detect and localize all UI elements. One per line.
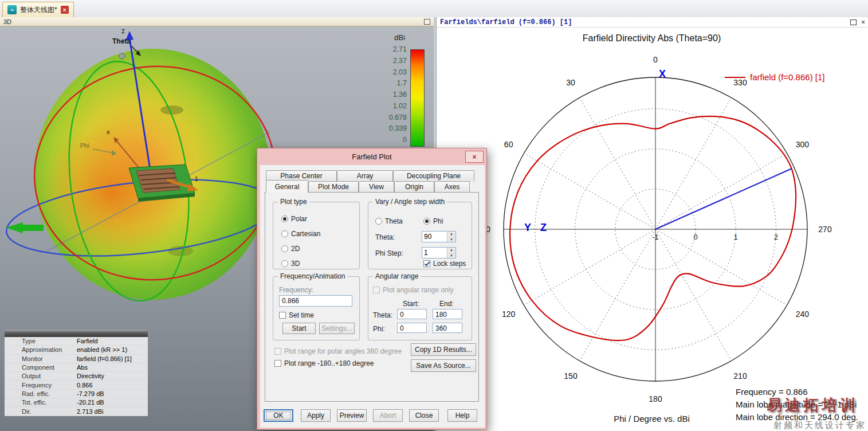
info-row-label: Rad. effic. <box>5 390 77 397</box>
colorbar-tick-label: 2.03 <box>371 69 407 76</box>
set-time-checkbox[interactable]: Set time <box>279 311 314 319</box>
abort-button[interactable]: Abort <box>373 409 403 422</box>
phi-end-input[interactable]: 360 <box>433 323 462 333</box>
dialog-client-area: Phase Center Array Decoupling Plane Gene… <box>260 165 485 428</box>
info-row: OutputDirectivity <box>5 372 148 381</box>
window-close-icon[interactable]: × <box>861 19 865 25</box>
plot-window-titlebar: Farfields\farfield (f=0.866) [1] × <box>437 17 868 28</box>
frequency-input[interactable]: 0.866 <box>279 295 352 307</box>
ok-button[interactable]: OK <box>264 409 293 422</box>
info-row-value: -20.21 dB <box>77 399 104 406</box>
tab-plot-mode[interactable]: Plot Mode <box>308 181 359 192</box>
save-as-source-button[interactable]: Save As Source... <box>411 359 476 372</box>
legend-label: farfield (f=0.866) [1] <box>750 72 825 82</box>
phi-start-input[interactable]: 0 <box>397 323 427 333</box>
info-row: Approximationenabled (kR >> 1) <box>5 346 148 354</box>
colorbar-tick-label: 0 <box>371 136 407 143</box>
radial-tick-label: 1 <box>734 233 738 241</box>
plot-angular-range-only-checkbox[interactable]: Plot angular range only <box>373 286 453 294</box>
port-label: 1 <box>195 176 198 182</box>
info-row-label: Type <box>5 338 77 344</box>
theta-start-input[interactable]: 0 <box>397 309 427 319</box>
tab-decoupling-plane[interactable]: Decoupling Plane <box>393 170 474 181</box>
info-row: Frequency0.866 <box>5 381 148 389</box>
window-maximize-icon[interactable] <box>850 19 857 25</box>
info-row-value: 2.713 dBi <box>77 408 103 415</box>
tab-general[interactable]: General <box>266 180 308 193</box>
dialog-close-icon[interactable]: × <box>465 151 484 163</box>
phi-step-stepper[interactable]: 1 ▲▼ <box>422 247 456 258</box>
info-row-label: Tot. effic. <box>5 399 77 406</box>
start-button[interactable]: Start <box>282 323 316 334</box>
general-tab-pane: Plot type Polar Cartesian 2D 3D Vary / A… <box>265 192 479 402</box>
theta-stepper[interactable]: 90 ▲▼ <box>422 231 456 242</box>
pattern-dimple <box>160 105 183 115</box>
x-axis-label: x <box>107 128 110 135</box>
tab-close-icon[interactable]: × <box>61 6 69 14</box>
theta-step-label: Theta: <box>375 233 395 241</box>
watermark-line1: 易迪拓培训 <box>767 395 858 416</box>
angle-tick-label: 210 <box>733 371 747 381</box>
farfield-info-header[interactable] <box>5 330 148 337</box>
radial-tick-label: 0 <box>693 233 697 241</box>
info-row-value: enabled (kR >> 1) <box>77 346 127 353</box>
stepper-up-icon[interactable]: ▲ <box>447 232 455 237</box>
angular-range-group: Angular range Plot angular range only St… <box>368 276 472 340</box>
application-window: ≈ 整体天线图* × 3D <box>0 0 868 431</box>
frequency-animation-group: Frequency/Animation Frequency: 0.866 Set… <box>273 276 360 340</box>
pattern-dimple <box>168 246 193 256</box>
settings-button[interactable]: Settings... <box>319 323 355 334</box>
dialog-title[interactable]: Farfield Plot <box>257 148 486 164</box>
radial-tick-label: 2 <box>774 233 778 241</box>
angular-phi-label: Phi: <box>373 325 385 333</box>
radio-vary-theta[interactable]: Theta <box>375 217 403 225</box>
angle-tick-label: 300 <box>796 140 810 149</box>
apply-button[interactable]: Apply <box>301 409 331 422</box>
stepper-down-icon[interactable]: ▼ <box>447 253 455 258</box>
stepper-down-icon[interactable]: ▼ <box>447 237 455 242</box>
info-row-value: Farfield <box>77 338 98 344</box>
tab-array[interactable]: Array <box>337 170 393 181</box>
close-button[interactable]: Close <box>409 409 439 422</box>
preview-button[interactable]: Preview <box>337 409 367 422</box>
polar-spoke <box>524 229 655 305</box>
lock-steps-checkbox[interactable]: Lock steps <box>423 260 466 268</box>
theta-end-input[interactable]: 180 <box>433 309 462 319</box>
document-tab-label: 整体天线图* <box>20 5 57 15</box>
radio-vary-phi[interactable]: Phi <box>423 217 443 225</box>
farfield-info-panel: TypeFarfieldApproximationenabled (kR >> … <box>5 330 148 416</box>
angle-tick-label: 0 <box>653 55 658 64</box>
stepper-up-icon[interactable]: ▲ <box>447 248 455 253</box>
radio-3d[interactable]: 3D <box>281 260 300 268</box>
z-axis-label: z <box>121 27 125 35</box>
colorbar-labels: 2.712.372.031.71.361.020.6780.3390 <box>371 46 407 143</box>
angle-tick-label: 30 <box>566 78 575 87</box>
info-row: ComponentAbs <box>5 363 148 372</box>
radio-cartesian[interactable]: Cartesian <box>281 230 320 238</box>
info-row: Monitorfarfield (f=0.866) [1] <box>5 355 148 363</box>
chart-legend: farfield (f=0.866) [1] <box>725 72 825 82</box>
help-button[interactable]: Help <box>447 409 477 422</box>
chart-title: Farfield Directivity Abs (Theta=90) <box>435 33 868 44</box>
document-tab[interactable]: ≈ 整体天线图* × <box>2 2 74 17</box>
panel-restore-icon[interactable] <box>424 19 430 25</box>
info-row-value: farfield (f=0.866) [1] <box>77 355 132 362</box>
radio-polar[interactable]: Polar <box>281 215 307 223</box>
info-row-label: Frequency <box>5 382 77 389</box>
angle-tick-label: 60 <box>504 140 513 149</box>
3d-view-header: 3D <box>0 17 434 26</box>
copy-1d-results-button[interactable]: Copy 1D Results... <box>411 343 476 356</box>
phi-step-label: Phi Step: <box>375 249 403 257</box>
info-row-label: Approximation <box>5 346 77 353</box>
document-tab-bar: ≈ 整体天线图* × <box>0 0 868 18</box>
plot-range-360-checkbox[interactable]: Plot range for polar angles 360 degree <box>274 347 402 355</box>
tab-origin[interactable]: Origin <box>394 181 434 192</box>
start-column-label: Start: <box>403 300 419 308</box>
polar-spoke <box>655 229 787 305</box>
tab-view[interactable]: View <box>359 181 394 192</box>
colorbar-title: dBi <box>394 33 405 42</box>
tab-axes[interactable]: Axes <box>434 181 470 192</box>
plot-range-180-checkbox[interactable]: Plot range -180..+180 degree <box>274 359 374 367</box>
x-axis-letter: X <box>659 68 666 80</box>
radio-2d[interactable]: 2D <box>281 245 300 253</box>
